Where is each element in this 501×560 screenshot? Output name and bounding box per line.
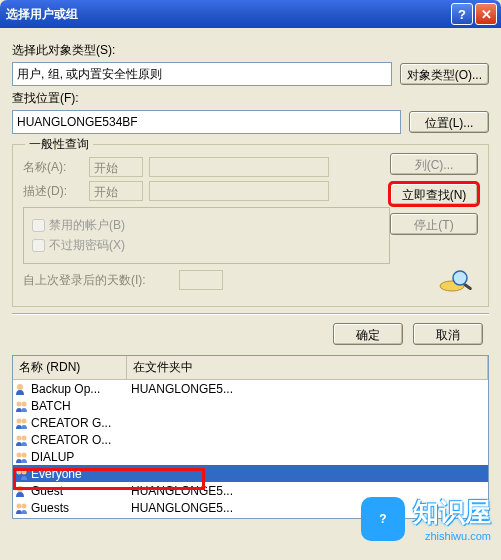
- cancel-button[interactable]: 取消: [413, 323, 483, 345]
- userx-icon: [15, 518, 29, 520]
- user-icon: [15, 484, 29, 498]
- row-name: CREATOR O...: [31, 433, 131, 447]
- object-types-button[interactable]: 对象类型(O)...: [400, 63, 489, 85]
- row-folder: HUANGLONGE5...: [131, 518, 486, 520]
- row-name: Backup Op...: [31, 382, 131, 396]
- svg-point-8: [17, 435, 22, 440]
- name-filter-input: [149, 157, 329, 177]
- days-since-logon-label: 自上次登录后的天数(I):: [23, 272, 173, 289]
- object-type-field[interactable]: 用户, 组, 或内置安全性原则: [12, 62, 392, 86]
- table-row[interactable]: BATCH: [13, 397, 488, 414]
- columns-button[interactable]: 列(C)...: [390, 153, 478, 175]
- help-button[interactable]: ?: [451, 3, 473, 25]
- svg-point-14: [17, 486, 23, 492]
- dialog-content: 选择此对象类型(S): 用户, 组, 或内置安全性原则 对象类型(O)... 查…: [0, 28, 501, 525]
- group-icon: [15, 399, 29, 413]
- close-button[interactable]: ✕: [475, 3, 497, 25]
- days-since-logon-combo: [179, 270, 223, 290]
- row-name: Everyone: [31, 467, 131, 481]
- dialog-titlebar: 选择用户或组 ? ✕: [0, 0, 501, 28]
- row-folder: HUANGLONGE5...: [131, 501, 486, 515]
- svg-point-9: [22, 435, 27, 440]
- find-now-button[interactable]: 立即查找(N): [390, 183, 478, 205]
- row-name: HelpAssis...: [31, 518, 131, 520]
- col-folder-header[interactable]: 在文件夹中: [127, 356, 488, 379]
- desc-match-combo: 开始: [89, 181, 143, 201]
- search-icon: [438, 266, 478, 294]
- svg-point-7: [22, 418, 27, 423]
- name-match-combo: 开始: [89, 157, 143, 177]
- table-row[interactable]: GuestsHUANGLONGE5...: [13, 499, 488, 516]
- stop-button: 停止(T): [390, 213, 478, 235]
- svg-point-15: [17, 503, 22, 508]
- svg-point-5: [22, 401, 27, 406]
- row-name: DIALUP: [31, 450, 131, 464]
- group-icon: [15, 467, 29, 481]
- results-rows: Backup Op...HUANGLONGE5...BATCHCREATOR G…: [13, 380, 488, 519]
- query-action-column: 列(C)... 立即查找(N) 停止(T): [390, 153, 478, 294]
- table-row[interactable]: CREATOR G...: [13, 414, 488, 431]
- desc-filter-label: 描述(D):: [23, 183, 83, 200]
- disabled-accounts-checkbox: 禁用的帐户(B): [32, 217, 381, 234]
- svg-point-4: [17, 401, 22, 406]
- svg-point-11: [22, 452, 27, 457]
- svg-point-13: [22, 469, 27, 474]
- results-header: 名称 (RDN) 在文件夹中: [13, 356, 488, 380]
- general-query-group: 一般性查询 名称(A): 开始 描述(D): 开始 禁用的帐户(B) 不过期密码…: [12, 144, 489, 307]
- svg-rect-2: [463, 283, 472, 291]
- svg-point-1: [453, 271, 467, 285]
- row-folder: HUANGLONGE5...: [131, 484, 486, 498]
- table-row[interactable]: HelpAssis...HUANGLONGE5...: [13, 516, 488, 519]
- watermark-url: zhishiwu.com: [413, 530, 491, 542]
- checkbox-group: 禁用的帐户(B) 不过期密码(X): [23, 207, 390, 264]
- group-icon: [15, 501, 29, 515]
- col-name-header[interactable]: 名称 (RDN): [13, 356, 127, 379]
- ok-button[interactable]: 确定: [333, 323, 403, 345]
- row-folder: HUANGLONGE5...: [131, 382, 486, 396]
- table-row[interactable]: GuestHUANGLONGE5...: [13, 482, 488, 499]
- name-filter-label: 名称(A):: [23, 159, 83, 176]
- desc-filter-input: [149, 181, 329, 201]
- nonexpiring-password-checkbox: 不过期密码(X): [32, 237, 381, 254]
- general-query-legend: 一般性查询: [25, 136, 93, 153]
- table-row[interactable]: CREATOR O...: [13, 431, 488, 448]
- svg-point-12: [17, 469, 22, 474]
- row-name: BATCH: [31, 399, 131, 413]
- svg-point-16: [22, 503, 27, 508]
- locations-button[interactable]: 位置(L)...: [409, 111, 489, 133]
- table-row[interactable]: Backup Op...HUANGLONGE5...: [13, 380, 488, 397]
- table-row[interactable]: DIALUP: [13, 448, 488, 465]
- group-icon: [15, 433, 29, 447]
- svg-point-3: [17, 384, 23, 390]
- location-label: 查找位置(F):: [12, 90, 489, 107]
- dialog-title: 选择用户或组: [6, 6, 449, 23]
- group-icon: [15, 450, 29, 464]
- query-form: 名称(A): 开始 描述(D): 开始 禁用的帐户(B) 不过期密码(X) 自上…: [23, 153, 390, 294]
- row-name: Guest: [31, 484, 131, 498]
- row-name: CREATOR G...: [31, 416, 131, 430]
- row-name: Guests: [31, 501, 131, 515]
- object-type-label: 选择此对象类型(S):: [12, 42, 489, 59]
- results-list[interactable]: 名称 (RDN) 在文件夹中 Backup Op...HUANGLONGE5..…: [12, 355, 489, 519]
- dialog-bottom-buttons: 确定 取消: [12, 313, 489, 349]
- table-row[interactable]: Everyone: [13, 465, 488, 482]
- user-icon: [15, 382, 29, 396]
- group-icon: [15, 416, 29, 430]
- svg-point-10: [17, 452, 22, 457]
- location-field[interactable]: HUANGLONGE534BF: [12, 110, 401, 134]
- svg-point-6: [17, 418, 22, 423]
